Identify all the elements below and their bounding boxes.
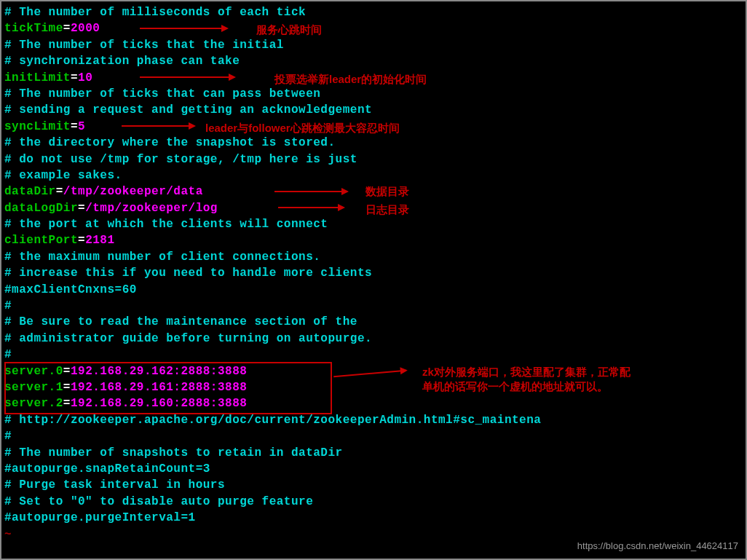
arrow-icon bbox=[122, 125, 194, 127]
config-key-ticktime: tickTime bbox=[4, 22, 63, 35]
arrow-icon bbox=[140, 28, 227, 29]
arrow-icon bbox=[274, 191, 347, 192]
comment-line: # The number of snapshots to retain in d… bbox=[4, 446, 343, 460]
annotation-initlimit: 投票选举新leader的初始化时间 bbox=[274, 71, 427, 87]
config-val-datadir: /tmp/zookeeper/data bbox=[63, 185, 203, 198]
config-val-ticktime: 2000 bbox=[71, 22, 100, 35]
comment-line: # The number of milliseconds of each tic… bbox=[4, 6, 306, 19]
comment-line: # Be sure to read the maintenance sectio… bbox=[4, 315, 357, 328]
comment-line: # bbox=[4, 430, 12, 443]
annotation-datadir: 数据目录 bbox=[365, 184, 409, 199]
config-key-initlimit: initLimit bbox=[4, 71, 71, 84]
comment-line: # bbox=[4, 348, 12, 361]
annotation-synclimit: leader与follower心跳检测最大容忍时间 bbox=[205, 120, 400, 135]
arrow-icon bbox=[278, 207, 344, 208]
comment-line: # The number of ticks that the initial bbox=[4, 39, 284, 52]
annotation-ticktime: 服务心跳时间 bbox=[256, 22, 322, 37]
highlight-box bbox=[4, 362, 332, 414]
comment-line: # sending a request and getting an ackno… bbox=[4, 103, 372, 117]
comment-line: # Set to "0" to disable auto purge featu… bbox=[4, 495, 313, 508]
config-val-synclimit: 5 bbox=[78, 120, 85, 133]
config-val-clientport: 2181 bbox=[85, 234, 114, 247]
comment-line: # the maximum number of client connectio… bbox=[4, 251, 320, 264]
comment-line: # administrator guide before turning on … bbox=[4, 332, 372, 345]
comment-line: #autopurge.purgeInterval=1 bbox=[4, 511, 196, 524]
config-val-initlimit: 10 bbox=[78, 71, 92, 84]
annotation-datalogdir: 日志目录 bbox=[365, 202, 409, 217]
config-key-datalogdir: dataLogDir bbox=[4, 202, 78, 215]
comment-line: # increase this if you need to handle mo… bbox=[4, 267, 372, 280]
comment-line: # do not use /tmp for storage, /tmp here… bbox=[4, 153, 357, 166]
config-key-datadir: dataDir bbox=[4, 185, 56, 198]
comment-line: # The number of ticks that can pass betw… bbox=[4, 87, 320, 100]
comment-line: # example sakes. bbox=[4, 169, 122, 182]
config-key-clientport: clientPort bbox=[4, 234, 78, 247]
vim-tilde: ~ bbox=[4, 528, 12, 541]
comment-line: # synchronization phase can take bbox=[4, 55, 240, 68]
comment-line: # http://zookeeper.apache.org/doc/curren… bbox=[4, 414, 541, 427]
comment-line: # the directory where the snapshot is st… bbox=[4, 136, 336, 149]
comment-line: #autopurge.snapRetainCount=3 bbox=[4, 462, 210, 476]
comment-line: #maxClientCnxns=60 bbox=[4, 283, 137, 296]
annotation-servers-line2: 单机的话写你一个虚机的地址就可以。 bbox=[422, 379, 608, 394]
arrow-icon bbox=[140, 76, 234, 78]
comment-line: # the port at which the clients will con… bbox=[4, 218, 328, 231]
comment-line: # Purge task interval in hours bbox=[4, 478, 225, 492]
config-val-datalogdir: /tmp/zookeeper/log bbox=[85, 202, 218, 215]
annotation-servers-line1: zk对外服务端口，我这里配了集群，正常配 bbox=[422, 364, 631, 379]
comment-line: # bbox=[4, 299, 12, 312]
watermark-text: https://blog.csdn.net/weixin_44624117 bbox=[577, 540, 738, 553]
config-key-synclimit: syncLimit bbox=[4, 120, 71, 133]
